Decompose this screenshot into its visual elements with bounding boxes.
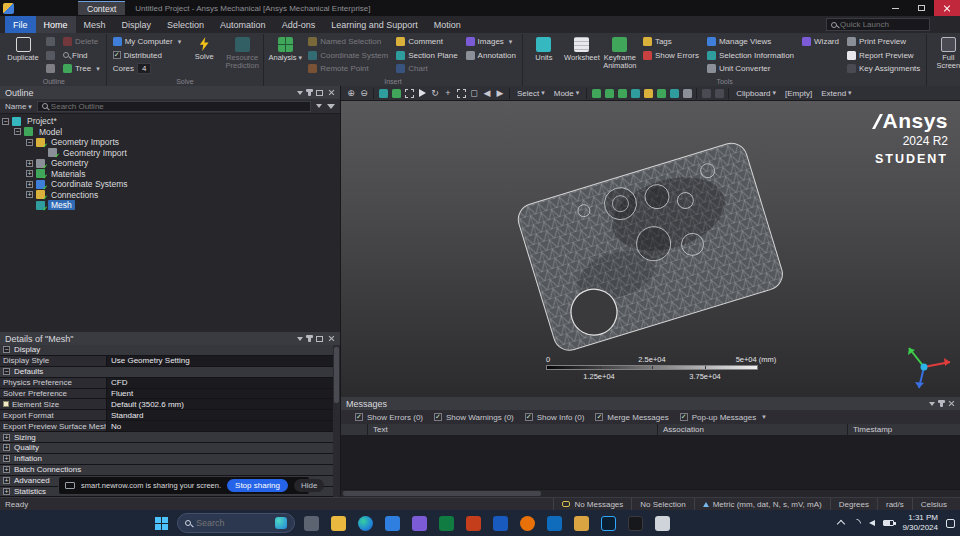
terminal-app[interactable] — [624, 512, 646, 534]
field-row-physics-preference[interactable]: Physics Preference CFD — [0, 378, 333, 389]
expander-icon[interactable] — [3, 477, 10, 484]
tab-motion[interactable]: Motion — [426, 16, 469, 33]
powerpoint-app[interactable] — [462, 512, 484, 534]
remote-point-button[interactable]: Remote Point — [305, 62, 391, 76]
status-temperature-unit[interactable]: Celsius — [912, 498, 955, 510]
visual-studio-app[interactable] — [408, 512, 430, 534]
float-icon[interactable] — [316, 336, 323, 342]
expander-icon[interactable] — [3, 488, 10, 495]
float-icon[interactable] — [316, 90, 323, 96]
snap-icon[interactable] — [700, 87, 712, 100]
report-preview-button[interactable]: Report Preview — [844, 49, 923, 63]
zoom-out-icon[interactable]: ⊖ — [358, 87, 370, 100]
expander-icon[interactable] — [26, 181, 33, 188]
expander-icon[interactable] — [3, 444, 10, 451]
column-icon[interactable] — [341, 424, 368, 435]
resource-prediction-button[interactable]: Resource Prediction — [224, 35, 260, 71]
expander-icon[interactable] — [3, 466, 10, 473]
column-text[interactable]: Text — [368, 424, 658, 435]
selection-information-button[interactable]: Selection Information — [704, 49, 797, 63]
volume-icon[interactable] — [869, 520, 875, 526]
box-zoom-icon[interactable] — [455, 87, 467, 100]
status-unit-system[interactable]: Metric (mm, dat, N, s, mV, mA) — [694, 498, 830, 510]
close-panel-icon[interactable] — [328, 335, 335, 342]
panel-menu-icon[interactable] — [297, 91, 303, 95]
sql-developer-app[interactable] — [570, 512, 592, 534]
column-association[interactable]: Association — [658, 424, 848, 435]
show-warnings-filter[interactable]: Show Warnings (0) — [434, 413, 514, 422]
cores-value[interactable]: 4 — [137, 63, 151, 74]
tab-home[interactable]: Home — [36, 16, 76, 33]
pin-icon[interactable] — [940, 400, 943, 407]
field-value[interactable]: CFD — [111, 378, 127, 387]
unit-converter-button[interactable]: Unit Converter — [704, 62, 797, 76]
tab-selection[interactable]: Selection — [159, 16, 212, 33]
tree-item-materials[interactable]: Materials — [0, 169, 340, 180]
tree-button[interactable]: Tree — [60, 62, 103, 76]
close-panel-icon[interactable] — [948, 400, 955, 407]
section-row-sizing[interactable]: Sizing — [0, 432, 333, 443]
minimize-button[interactable] — [882, 0, 908, 16]
scrollbar-thumb[interactable] — [343, 491, 541, 496]
duplicate-button[interactable]: Duplicate — [5, 35, 41, 62]
multi-select-icon[interactable] — [668, 87, 680, 100]
taskbar-search[interactable] — [177, 513, 295, 533]
comment-button[interactable]: Comment — [393, 35, 460, 49]
taskbar-clock[interactable]: 1:31 PM 9/30/2024 — [902, 513, 938, 533]
vertex-filter-icon[interactable] — [590, 87, 602, 100]
field-row-display-style[interactable]: Display Style Use Geometry Setting — [0, 356, 333, 367]
mode-dropdown[interactable]: Mode — [550, 89, 584, 98]
analysis-button[interactable]: Analysis — [267, 35, 303, 62]
stop-sharing-button[interactable]: Stop sharing — [227, 479, 288, 492]
show-errors-filter[interactable]: Show Errors (0) — [355, 413, 423, 422]
wireframe-mode-icon[interactable] — [403, 87, 415, 100]
section-row-inflation[interactable]: Inflation — [0, 454, 333, 465]
merge-messages-filter[interactable]: Merge Messages — [595, 413, 668, 422]
tab-file[interactable]: File — [5, 16, 36, 33]
select-cursor-icon[interactable] — [416, 87, 428, 100]
node-filter-icon[interactable] — [642, 87, 654, 100]
section-row-quality[interactable]: Quality — [0, 443, 333, 454]
copy-button[interactable] — [43, 49, 58, 63]
tree-item-mesh[interactable]: Mesh — [0, 200, 340, 211]
field-row-element-size[interactable]: Element Size Default (3502.6 mm) — [0, 399, 333, 410]
images-dropdown[interactable]: Images — [463, 35, 519, 49]
close-button[interactable] — [934, 0, 960, 16]
tree-item-geometry-import[interactable]: Geometry Import — [0, 148, 340, 159]
coordinate-system-button[interactable]: Coordinate System — [305, 49, 391, 63]
quick-launch-input[interactable] — [840, 20, 920, 29]
delete-button[interactable]: Delete — [60, 35, 103, 49]
scrollbar-thumb[interactable] — [334, 347, 339, 403]
worksheet-button[interactable]: Worksheet — [564, 35, 600, 62]
filter-icon[interactable] — [327, 104, 335, 109]
tree-item-geometry-imports[interactable]: Geometry Imports — [0, 137, 340, 148]
full-screen-button[interactable]: Full Screen — [930, 35, 960, 71]
field-row-export-format[interactable]: Export Format Standard — [0, 410, 333, 421]
pin-icon[interactable] — [308, 335, 311, 342]
excel-app[interactable] — [435, 512, 457, 534]
field-row-solver-preference[interactable]: Solver Preference Fluent — [0, 389, 333, 400]
field-value[interactable]: Standard — [111, 411, 143, 420]
previous-view-icon[interactable]: ◀ — [481, 87, 493, 100]
tree-item-model[interactable]: Model — [0, 127, 340, 138]
section-row-batch-connections[interactable]: Batch Connections — [0, 465, 333, 476]
element-filter-icon[interactable] — [655, 87, 667, 100]
expander-icon[interactable] — [2, 118, 9, 125]
status-angle-unit[interactable]: Degrees — [830, 498, 877, 510]
coordinates-icon[interactable] — [713, 87, 725, 100]
close-panel-icon[interactable] — [328, 89, 335, 96]
search-options-icon[interactable] — [316, 104, 322, 108]
photoshop-app[interactable] — [597, 512, 619, 534]
units-button[interactable]: Units — [526, 35, 562, 62]
manage-views-button[interactable]: Manage Views — [704, 35, 797, 49]
select-dropdown[interactable]: Select — [513, 89, 549, 98]
extend-dropdown[interactable]: Extend — [817, 89, 855, 98]
keyframe-animation-button[interactable]: Keyframe Animation — [602, 35, 638, 71]
zoom-in-icon[interactable]: ⊕ — [345, 87, 357, 100]
cut-button[interactable] — [43, 35, 58, 49]
body-filter-icon[interactable] — [629, 87, 641, 100]
section-row-display[interactable]: Display — [0, 345, 333, 356]
panel-menu-icon[interactable] — [297, 337, 303, 341]
zoom-fit-icon[interactable]: ◻ — [468, 87, 480, 100]
expander-icon[interactable] — [26, 160, 33, 167]
